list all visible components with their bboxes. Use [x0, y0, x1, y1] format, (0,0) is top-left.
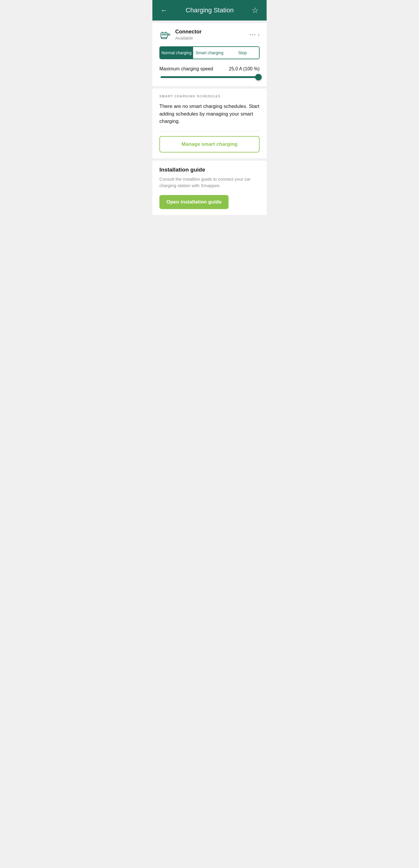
connector-card: Connector Available --- › Normal chargin… — [152, 23, 267, 86]
manage-smart-charging-button[interactable]: Manage smart charging — [159, 136, 260, 153]
charging-speed-slider[interactable] — [159, 76, 260, 78]
smart-charging-section-label: SMART CHARGING SCHEDULES — [159, 94, 260, 98]
no-schedules-message: There are no smart charging schedules. S… — [159, 103, 260, 125]
connector-icon — [159, 29, 171, 40]
tab-smart-charging[interactable]: Smart charging — [193, 47, 226, 59]
charging-mode-tabs: Normal charging Smart charging Stop — [159, 46, 260, 59]
divider — [159, 131, 260, 131]
app-header: ← Charging Station ☆ — [152, 0, 267, 21]
svg-rect-2 — [164, 34, 166, 35]
page-title: Charging Station — [170, 6, 249, 14]
charging-speed-label: Maximum charging speed — [159, 66, 213, 71]
installation-guide-card: Installation guide Consult the installio… — [152, 161, 267, 215]
slider-thumb[interactable] — [255, 74, 262, 80]
favorite-button[interactable]: ☆ — [249, 5, 261, 16]
back-button[interactable]: ← — [158, 5, 170, 16]
tab-stop[interactable]: Stop — [226, 47, 259, 59]
svg-rect-1 — [162, 34, 164, 35]
smart-charging-card: SMART CHARGING SCHEDULES There are no sm… — [152, 89, 267, 158]
charging-speed-row: Maximum charging speed 25,0 A (100 %) — [159, 66, 260, 71]
bottom-spacer — [152, 217, 267, 235]
connector-title: Connector — [175, 29, 246, 35]
installation-guide-title: Installation guide — [159, 166, 260, 173]
connector-info: Connector Available — [175, 29, 246, 40]
connector-row[interactable]: Connector Available --- › — [159, 29, 260, 40]
svg-rect-0 — [161, 33, 167, 37]
connector-status: Available — [175, 35, 246, 40]
charging-speed-value: 25,0 A (100 %) — [229, 66, 260, 71]
tab-normal-charging[interactable]: Normal charging — [160, 47, 193, 59]
installation-guide-description: Consult the installion guide to connect … — [159, 176, 260, 189]
chevron-right-icon: › — [258, 32, 260, 38]
open-installation-guide-button[interactable]: Open installation guide — [159, 195, 229, 209]
slider-track — [161, 76, 258, 78]
connector-id: --- — [250, 32, 256, 37]
connector-right[interactable]: --- › — [250, 32, 260, 38]
